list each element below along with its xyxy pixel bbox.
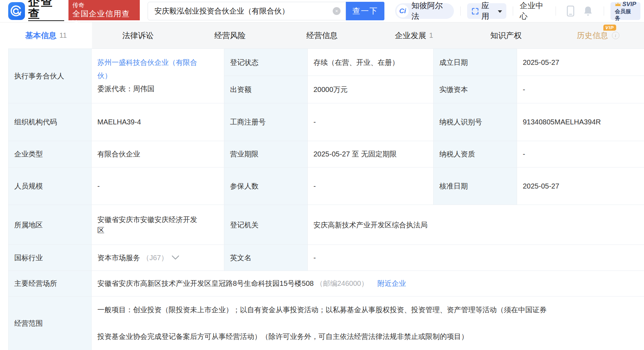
field-value: 2025-05-27 xyxy=(517,168,644,205)
tab-intellectual-property[interactable]: 知识产权 xyxy=(460,22,552,48)
info-icon[interactable]: i xyxy=(612,32,619,39)
premises-postcode: （邮编246000） xyxy=(316,278,368,289)
premises-address: 安徽省安庆市高新区技术产业开发区皇冠路8号生命科技园15号楼508 xyxy=(97,278,314,289)
field-label: 英文名 xyxy=(224,245,308,270)
tab-legal-proceedings[interactable]: 法律诉讼 xyxy=(92,22,184,48)
field-value: 存续（在营、开业、在册） xyxy=(308,49,434,76)
apps-menu-button[interactable]: 应用 xyxy=(467,3,507,19)
table-row: 主要经营场所 安徽省安庆市高新区技术产业开发区皇冠路8号生命科技园15号楼508… xyxy=(9,271,644,297)
field-value: 2025-05-27 xyxy=(517,49,644,76)
field-value: 安徽省安庆市安徽安庆经济开发区 xyxy=(92,205,224,245)
field-label: 企业类型 xyxy=(9,141,92,167)
status-subgrid: 登记状态 存续（在营、开业、在册） 成立日期 2025-05-27 出资额 20… xyxy=(224,49,644,103)
tab-count: 11 xyxy=(60,31,67,40)
tab-label: 经营风险 xyxy=(214,30,246,41)
premises-cell: 安徽省安庆市高新区技术产业开发区皇冠路8号生命科技园15号楼508 （邮编246… xyxy=(92,271,644,296)
business-scope-value: 一般项目：创业投资（限投资未上市企业）；以自有资金从事投资活动；以私募基金从事股… xyxy=(92,297,644,350)
tab-history-info[interactable]: 历史信息 VIP i xyxy=(552,22,644,48)
field-label: 成立日期 xyxy=(434,49,517,76)
table-row: 执行事务合伙人 苏州一盛科技合伙企业（有限合伙） 委派代表：周伟国 登记状态 存… xyxy=(9,49,644,103)
search-button[interactable]: 查一下 xyxy=(346,2,384,20)
field-value: - xyxy=(308,103,434,141)
field-label: 人员规模 xyxy=(9,168,92,205)
tab-company-development[interactable]: 企业发展 1 xyxy=(368,22,460,48)
search-input[interactable] xyxy=(154,7,333,15)
header-divider xyxy=(513,6,513,16)
field-label: 纳税人识别号 xyxy=(434,103,517,141)
promo-line1: 传奇 xyxy=(72,1,136,9)
expand-industry-chevron-icon[interactable] xyxy=(172,255,179,260)
field-value: - xyxy=(308,168,434,205)
field-value: - xyxy=(517,76,644,103)
tab-count: 1 xyxy=(429,31,433,40)
basic-info-table: 执行事务合伙人 苏州一盛科技合伙企业（有限合伙） 委派代表：周伟国 登记状态 存… xyxy=(8,48,644,350)
tab-label: 法律诉讼 xyxy=(122,30,154,41)
tab-operation-risk[interactable]: 经营风险 xyxy=(184,22,276,48)
industry-value: 资本市场服务 xyxy=(97,252,140,263)
field-label: 登记状态 xyxy=(224,49,308,76)
table-row: 经营范围 一般项目：创业投资（限投资未上市企业）；以自有资金从事投资活动；以私募… xyxy=(9,297,644,350)
field-label: 执行事务合伙人 xyxy=(9,49,92,103)
promo-badge: 传奇 全国企业信用查询 xyxy=(68,0,140,20)
enterprise-center-link[interactable]: 企业中心 xyxy=(520,0,549,22)
table-row: 企业类型 有限合伙企业 营业期限 2025-05-27 至 无固定期限 纳税人资… xyxy=(9,141,644,168)
field-label: 组织机构代码 xyxy=(9,103,92,141)
zhibi-alpha-icon: Ci xyxy=(397,5,409,17)
tab-operation-info[interactable]: 经营信息 xyxy=(276,22,368,48)
field-value: 有限合伙企业 xyxy=(92,141,224,167)
svip-label: SVIP xyxy=(622,1,636,8)
field-value: 安庆高新技术产业开发区综合执法局 xyxy=(308,205,644,245)
tab-label: 历史信息 xyxy=(577,31,608,40)
nearby-companies-link[interactable]: 附近企业 xyxy=(378,278,406,289)
apps-scan-icon xyxy=(471,7,479,15)
vip-badge: VIP xyxy=(603,25,616,31)
field-label: 核准日期 xyxy=(434,168,517,205)
industry-code: （J67） xyxy=(142,252,168,263)
field-label: 所属地区 xyxy=(9,205,92,245)
industry-cell: 资本市场服务 （J67） xyxy=(92,245,224,270)
field-label: 营业期限 xyxy=(224,141,308,167)
zhibi-alpha-label: 知彼阿尔法 xyxy=(412,0,448,22)
header-divider xyxy=(460,6,461,16)
tab-label: 企业发展 xyxy=(395,30,426,41)
zhibi-alpha-button[interactable]: Ci 知彼阿尔法 xyxy=(395,3,454,19)
field-value: - xyxy=(517,141,644,167)
executive-partner-cell: 苏州一盛科技合伙企业（有限合伙） 委派代表：周伟国 xyxy=(92,49,224,103)
table-row: 国标行业 资本市场服务 （J67） 英文名 - xyxy=(9,245,644,271)
table-row: 人员规模 - 参保人数 - 核准日期 2025-05-27 xyxy=(9,168,644,205)
svip-sublabel: 会员服务 xyxy=(615,8,636,21)
field-label: 经营范围 xyxy=(9,297,92,350)
brand-name: 企查查 xyxy=(28,0,64,20)
field-label: 出资额 xyxy=(224,76,308,103)
partner-company-link[interactable]: 苏州一盛科技合伙企业（有限合伙） xyxy=(97,56,201,82)
field-value: 91340805MAELHA394R xyxy=(517,103,644,141)
appointed-representative: 委派代表：周伟国 xyxy=(97,82,154,96)
tab-label: 经营信息 xyxy=(306,30,338,41)
qcc-logo-icon xyxy=(8,2,25,20)
header-divider xyxy=(556,6,556,16)
field-label: 纳税人资质 xyxy=(434,141,517,167)
clear-search-icon[interactable]: × xyxy=(333,7,341,15)
table-row: 组织机构代码 MAELHA39-4 工商注册号 - 纳税人识别号 9134080… xyxy=(9,103,644,141)
tab-basic-info[interactable]: 基本信息 11 xyxy=(0,22,92,48)
field-value: - xyxy=(92,168,224,205)
field-label: 主要经营场所 xyxy=(9,271,92,296)
table-row: 所属地区 安徽省安庆市安徽安庆经济开发区 登记机关 安庆高新技术产业开发区综合执… xyxy=(9,205,644,245)
field-value: MAELHA39-4 xyxy=(92,103,224,141)
crown-icon xyxy=(615,2,621,7)
apps-menu-label: 应用 xyxy=(481,0,496,22)
header-divider xyxy=(604,6,604,16)
chevron-down-icon xyxy=(498,10,502,13)
mobile-app-icon[interactable] xyxy=(567,5,574,17)
field-label: 登记机关 xyxy=(224,205,308,245)
tab-label: 基本信息 xyxy=(25,30,57,41)
field-value: 20000万元 xyxy=(308,76,434,103)
svip-membership-button[interactable]: SVIP 会员服务 xyxy=(610,2,640,20)
field-label: 参保人数 xyxy=(224,168,308,205)
field-value: - xyxy=(308,245,644,270)
top-header: 企查查 Qcc.com 传奇 全国企业信用查询 × 查一下 Ci 知彼阿尔法 应… xyxy=(0,0,644,22)
field-label: 工商注册号 xyxy=(224,103,308,141)
search-box[interactable]: × xyxy=(148,2,346,20)
search-area: × 查一下 xyxy=(148,2,384,20)
notifications-bell-icon[interactable] xyxy=(583,6,593,16)
